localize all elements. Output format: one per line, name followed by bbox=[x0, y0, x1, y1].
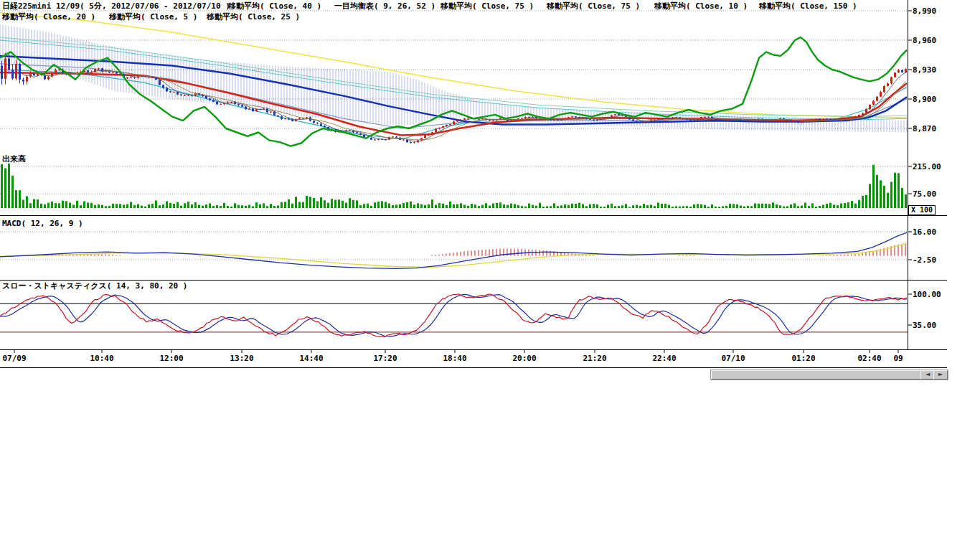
indicator-label: 日経225mini 12/09( 5分, 2012/07/06 - 2012/0… bbox=[2, 1, 230, 11]
y-axis-label: 35.00 bbox=[913, 321, 936, 330]
indicator-label: 移動平均( Close, 75 ) bbox=[440, 1, 534, 11]
indicator-label: 移動平均( Close, 150 ) bbox=[759, 1, 857, 11]
x-axis-label: 18:40 bbox=[443, 354, 466, 363]
x-axis-label: 20:00 bbox=[512, 354, 536, 363]
indicator-label: 一目均衡表( 9, 26, 52 ) bbox=[334, 1, 435, 11]
y-axis-label: 8,930 bbox=[913, 65, 936, 75]
y-axis-label: 75.00 bbox=[913, 189, 936, 199]
indicator-label: 移動平均( Close, 40 ) bbox=[228, 1, 321, 11]
x-axis-label: 07/09 bbox=[2, 354, 26, 363]
x-axis-label: 01:20 bbox=[791, 354, 815, 363]
x-axis-label: 14:40 bbox=[299, 354, 323, 363]
y-axis-label: 8,870 bbox=[913, 124, 936, 133]
stoch-d-line bbox=[0, 294, 907, 336]
volume-pane-label: 出来高 bbox=[2, 154, 26, 164]
chart-plot-area[interactable] bbox=[0, 0, 980, 380]
y-axis-label: 8,900 bbox=[913, 95, 936, 104]
horizontal-scrollbar[interactable]: ◄ ► bbox=[710, 369, 948, 380]
x-axis-label: 07/10 bbox=[721, 354, 745, 363]
scroll-left-button[interactable]: ◄ bbox=[920, 370, 935, 380]
volume-bars bbox=[1, 164, 907, 208]
x-axis-label: 09 bbox=[893, 354, 903, 363]
indicator-label: 移動平均( Close, 20 ) bbox=[2, 12, 95, 22]
indicator-label: 移動平均( Close, 25 ) bbox=[207, 12, 300, 22]
x-axis-label: 12:00 bbox=[159, 354, 183, 363]
scrollbar-thumb[interactable] bbox=[711, 370, 922, 380]
x-axis-label: 13:20 bbox=[230, 354, 253, 363]
volume-pane bbox=[0, 164, 908, 208]
x-axis-label: 17:20 bbox=[373, 354, 397, 363]
x-axis-label: 22:40 bbox=[652, 354, 676, 363]
indicator-label: 移動平均( Close, 10 ) bbox=[654, 1, 748, 11]
y-axis-label: 8,990 bbox=[913, 6, 936, 16]
chart-window: 日経225mini 12/09( 5分, 2012/07/06 - 2012/0… bbox=[0, 0, 980, 551]
stoch-pane-label: スロー・ストキャスティクス( 14, 3, 80, 20 ) bbox=[2, 281, 187, 291]
volume-multiplier-badge: X 100 bbox=[908, 205, 936, 215]
y-axis-label: 8,960 bbox=[913, 36, 936, 45]
x-axis-label: 02:40 bbox=[857, 354, 881, 363]
macd-pane-label: MACD( 12, 26, 9 ) bbox=[2, 219, 83, 228]
ichimoku-cloud bbox=[0, 24, 907, 132]
x-axis-label: 21:20 bbox=[583, 354, 606, 363]
scroll-right-button[interactable]: ► bbox=[933, 370, 948, 380]
price-pane bbox=[0, 11, 908, 146]
stoch-k-line bbox=[0, 294, 907, 337]
indicator-label: 移動平均( Close, 75 ) bbox=[547, 1, 640, 11]
y-axis-label: -2.50 bbox=[913, 255, 936, 265]
stoch-pane bbox=[0, 294, 908, 337]
y-axis-label: 16.00 bbox=[913, 227, 936, 237]
macd-pane bbox=[0, 232, 908, 268]
y-axis-label: 215.00 bbox=[913, 162, 941, 171]
indicator-label: 移動平均( Close, 5 ) bbox=[109, 12, 197, 22]
x-axis-label: 10:40 bbox=[90, 354, 113, 363]
macd-line bbox=[0, 232, 907, 268]
y-axis-label: 100.00 bbox=[913, 290, 941, 299]
